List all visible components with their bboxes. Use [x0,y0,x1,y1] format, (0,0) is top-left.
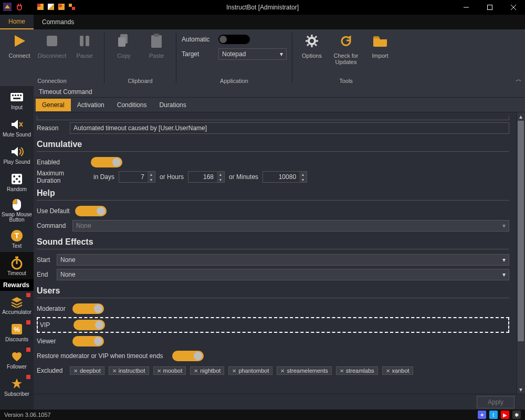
section-cumulative: Cumulative [37,138,509,152]
import-button[interactable]: Import [366,32,394,59]
chevron-down-icon: ▾ [502,271,506,278]
stop-icon [43,32,61,50]
sidebar-item-random[interactable]: Random [0,168,34,195]
pause-button: Pause [70,32,99,59]
subtab-general[interactable]: General [36,99,71,111]
title-bar: InstructBot [Administrator] [0,0,525,15]
svg-rect-19 [15,94,16,96]
remove-tag-icon[interactable]: ✕ [112,368,117,374]
remove-tag-icon[interactable]: ✕ [74,368,78,374]
twitter-icon[interactable]: t [489,411,498,419]
minimize-button[interactable] [454,0,478,15]
sidebar-item-subscriber[interactable]: Subscriber [0,373,34,400]
viewer-toggle[interactable] [72,336,104,346]
sidebar-item-mute[interactable]: Mute Sound [0,113,34,141]
excluded-tag[interactable]: ✕ nightbot [190,366,224,375]
scroll-down-icon[interactable]: ▾ [517,385,525,394]
sidebar-item-swap[interactable]: Swap Mouse Button [0,195,34,225]
main-panel: Timeout Command General Activation Condi… [34,86,525,410]
qat-icon-1[interactable] [37,3,44,12]
youtube-icon[interactable]: ▶ [501,411,509,419]
sidebar-item-follower[interactable]: Follower [0,345,34,373]
viewer-label: Viewer [37,338,68,345]
svg-rect-22 [13,98,20,99]
excluded-tag[interactable]: ✕ instructbot [109,366,149,375]
reason-input[interactable]: Automated timeout caused by [User.UserNa… [70,122,509,134]
svg-rect-14 [151,35,162,48]
maximize-button[interactable] [478,0,501,15]
svg-point-5 [59,4,62,7]
excluded-tag[interactable]: ✕ xanbot [382,366,413,375]
qat-icon-2[interactable] [47,3,55,12]
svg-rect-17 [10,93,23,101]
notification-badge [26,293,30,297]
folder-icon [371,32,390,50]
cumulative-enabled-toggle[interactable] [91,157,122,167]
options-button[interactable]: Options [298,32,326,59]
svg-point-25 [18,175,20,177]
scroll-up-icon[interactable]: ▴ [517,112,525,121]
vip-toggle[interactable] [74,320,105,330]
moderator-toggle[interactable] [72,303,104,314]
scroll-thumb[interactable] [518,121,524,341]
automatic-toggle[interactable] [218,35,250,44]
excluded-tag[interactable]: ✕ phantombot [228,366,272,375]
sidebar-item-play[interactable]: Play Sound [0,141,34,168]
excluded-tag[interactable]: ✕ streamlabs [336,366,378,375]
remove-tag-icon[interactable]: ✕ [280,368,285,374]
sound-icon [9,144,24,159]
tab-commands[interactable]: Commands [34,15,82,29]
remove-tag-icon[interactable]: ✕ [157,368,161,374]
subtab-conditions[interactable]: Conditions [111,99,153,111]
excluded-tag[interactable]: ✕ streamelements [277,366,331,375]
vip-row-highlight: VIP [37,317,509,333]
restore-toggle[interactable] [172,351,204,361]
discord-icon[interactable]: ✦ [478,411,486,419]
moderator-label: Moderator [37,305,68,312]
start-select[interactable]: None▾ [57,254,509,266]
chevron-down-icon: ▾ [280,50,283,58]
close-button[interactable] [501,0,525,15]
heart-icon [9,349,24,364]
days-input[interactable]: 7▲▼ [119,171,155,183]
ribbon-collapse-icon[interactable]: ︿ [516,75,522,84]
app-small-icon[interactable]: ✱ [512,411,521,419]
check-updates-button[interactable]: Check for Updates [330,32,362,65]
use-default-toggle[interactable] [75,206,107,216]
subtab-activation[interactable]: Activation [71,99,111,111]
percent-icon: % [9,322,24,337]
version-label: Version 3.06.1057 [4,412,51,418]
qat-icon-4[interactable] [68,3,76,12]
remove-tag-icon[interactable]: ✕ [194,368,198,374]
hours-input[interactable]: 168▲▼ [188,171,225,183]
start-label: Start [37,256,52,264]
sidebar-item-input[interactable]: Input [0,86,34,113]
sidebar-item-discounts[interactable]: % Discounts [0,318,34,345]
end-select[interactable]: None▾ [57,269,509,280]
excluded-tag[interactable]: ✕ moobot [153,366,186,375]
qat-icon-3[interactable] [58,3,65,12]
sidebar-item-text[interactable]: T Text [0,225,34,252]
sidebar-item-timeout[interactable]: Timeout [0,252,34,279]
copy-icon [114,32,133,50]
excluded-tag[interactable]: ✕ deepbot [70,366,104,375]
scrollbar[interactable]: ▴ ▾ [517,112,525,394]
svg-rect-15 [154,34,159,37]
sidebar-item-accumulator[interactable]: Accumulator [0,291,34,318]
svg-rect-20 [17,94,19,96]
end-label: End [37,271,52,278]
command-select[interactable]: None▾ [72,220,509,232]
remove-tag-icon[interactable]: ✕ [340,368,344,374]
play-icon [10,32,29,50]
minutes-input[interactable]: 10080▲▼ [262,171,307,183]
subtab-durations[interactable]: Durations [153,99,192,111]
group-label-tools: Tools [339,77,353,85]
remove-tag-icon[interactable]: ✕ [232,368,236,374]
use-default-label: Use Default [37,207,71,215]
connect-button[interactable]: Connect [5,32,34,59]
target-select[interactable]: Notepad ▾ [218,48,287,60]
remove-tag-icon[interactable]: ✕ [386,368,390,374]
tab-home[interactable]: Home [0,15,34,29]
reason-label: Reason [37,124,66,132]
apply-button[interactable]: Apply [477,396,514,408]
